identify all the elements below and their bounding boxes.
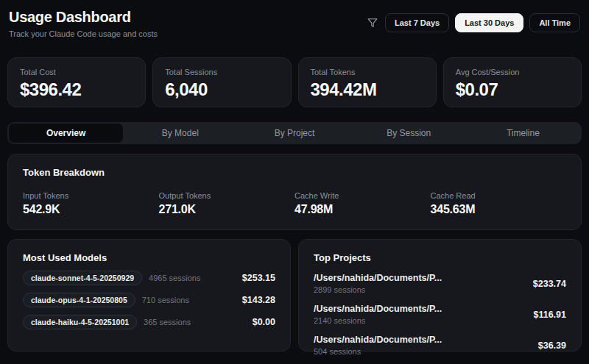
token-label: Cache Read [431,191,567,200]
stat-value: $396.42 [20,79,133,100]
model-sessions: 710 sessions [142,296,189,304]
project-row: /Users/nahida/Documents/P... 2140 sessio… [314,304,566,325]
token-label: Cache Write [294,191,431,200]
stat-card-total-tokens: Total Tokens 394.42M [298,57,437,107]
model-cost: $0.00 [253,317,275,327]
stat-label: Total Tokens [311,68,424,76]
token-value: 47.98M [294,203,431,216]
project-row: /Users/nahida/Documents/P... 504 session… [314,335,566,356]
project-row: /Users/nahida/Documents/P... 2899 sessio… [314,273,566,294]
stat-value: 394.42M [311,79,424,100]
token-breakdown-title: Token Breakdown [23,167,566,178]
most-used-models-title: Most Used Models [23,252,275,263]
project-info: /Users/nahida/Documents/P... 504 session… [314,335,442,356]
range-button-last-7-days[interactable]: Last 7 Days [385,13,449,32]
project-info: /Users/nahida/Documents/P... 2899 sessio… [314,273,442,294]
top-projects-panel: Top Projects /Users/nahida/Documents/P..… [298,239,582,351]
top-projects-title: Top Projects [314,252,566,263]
tab-bar: Overview By Model By Project By Session … [7,122,582,144]
project-cost: $36.39 [538,340,566,351]
stat-label: Total Sessions [165,68,278,76]
token-stat-cache-write: Cache Write 47.98M [294,191,431,216]
bottom-row: Most Used Models claude-sonnet-4-5-20250… [7,239,582,351]
token-breakdown-panel: Token Breakdown Input Tokens 542.9K Outp… [7,154,582,230]
project-path: /Users/nahida/Documents/P... [314,304,442,314]
header: Usage Dashboard Track your Claude Code u… [7,7,582,38]
tab-by-project[interactable]: By Project [237,124,351,143]
project-sessions: 504 sessions [314,347,442,356]
range-button-last-30-days[interactable]: Last 30 Days [455,13,523,32]
tab-timeline[interactable]: Timeline [466,124,580,143]
filter-button[interactable] [366,16,379,29]
project-cost: $116.91 [534,310,567,320]
model-name-badge: claude-sonnet-4-5-20250929 [23,271,142,285]
page-title: Usage Dashboard [9,9,158,26]
token-value: 542.9K [23,203,159,216]
project-path: /Users/nahida/Documents/P... [314,335,442,345]
token-breakdown-grid: Input Tokens 542.9K Output Tokens 271.0K… [23,191,566,216]
token-label: Input Tokens [23,191,159,200]
stat-card-avg-cost-session: Avg Cost/Session $0.07 [443,57,582,107]
model-cost: $143.28 [242,295,275,305]
project-sessions: 2140 sessions [314,316,442,325]
model-cost: $253.15 [242,273,275,283]
project-path: /Users/nahida/Documents/P... [314,273,442,283]
project-cost: $233.74 [533,279,566,289]
header-text: Usage Dashboard Track your Claude Code u… [9,9,158,38]
model-name-badge: claude-opus-4-1-20250805 [23,293,135,307]
tab-by-model[interactable]: By Model [123,124,237,143]
tab-overview[interactable]: Overview [9,124,123,143]
model-row: claude-haiku-4-5-20251001 365 sessions $… [23,315,275,329]
page-subtitle: Track your Claude Code usage and costs [9,29,158,38]
token-stat-input: Input Tokens 542.9K [23,191,159,216]
usage-dashboard-page: Usage Dashboard Track your Claude Code u… [0,0,589,364]
model-row: claude-sonnet-4-5-20250929 4965 sessions… [23,271,275,285]
stat-value: 6,040 [165,79,278,100]
stats-row: Total Cost $396.42 Total Sessions 6,040 … [7,57,582,107]
most-used-models-panel: Most Used Models claude-sonnet-4-5-20250… [7,239,291,351]
stat-label: Avg Cost/Session [456,68,569,76]
model-sessions: 365 sessions [144,318,191,326]
filter-controls: Last 7 Days Last 30 Days All Time [366,13,580,32]
tab-by-session[interactable]: By Session [352,124,466,143]
model-sessions: 4965 sessions [149,274,200,282]
funnel-icon [367,18,378,28]
token-value: 345.63M [431,203,567,216]
stat-card-total-sessions: Total Sessions 6,040 [152,57,291,107]
model-name-badge: claude-haiku-4-5-20251001 [23,315,137,329]
model-row: claude-opus-4-1-20250805 710 sessions $1… [23,293,275,307]
token-value: 271.0K [159,203,295,216]
stat-label: Total Cost [20,68,133,76]
stat-card-total-cost: Total Cost $396.42 [7,57,146,107]
range-button-all-time[interactable]: All Time [529,13,580,32]
token-label: Output Tokens [159,191,295,200]
project-info: /Users/nahida/Documents/P... 2140 sessio… [314,304,442,325]
token-stat-cache-read: Cache Read 345.63M [431,191,567,216]
stat-value: $0.07 [456,79,569,100]
token-stat-output: Output Tokens 271.0K [159,191,295,216]
project-sessions: 2899 sessions [314,285,442,294]
